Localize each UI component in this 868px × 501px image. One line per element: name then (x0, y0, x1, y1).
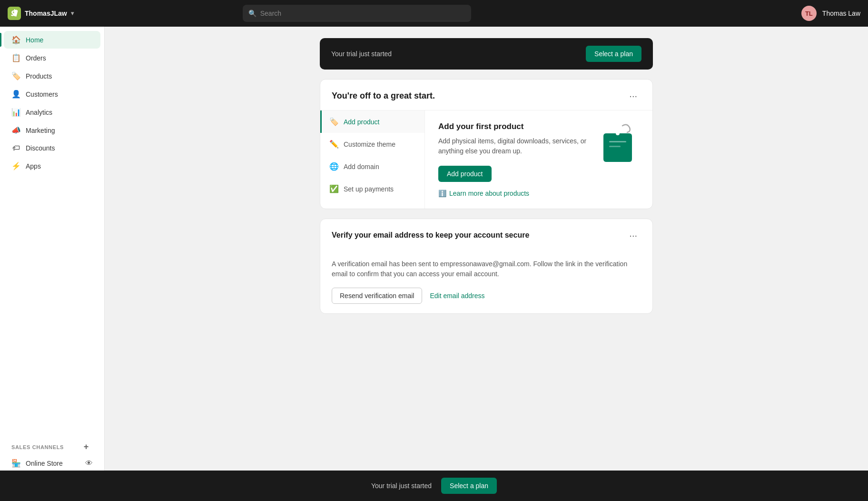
sidebar-label-apps: Apps (26, 162, 41, 170)
shopify-icon (8, 7, 21, 20)
apps-icon: ⚡ (11, 161, 21, 170)
select-plan-button-bottom[interactable]: Select a plan (441, 478, 497, 494)
sales-channels-label: SALES CHANNELS + (0, 436, 104, 454)
sidebar-item-home[interactable]: 🏠 Home (4, 31, 100, 49)
verify-email-card: Verify your email address to keep your a… (320, 219, 653, 314)
sidebar-item-apps[interactable]: ⚡ Apps (4, 157, 100, 175)
eye-icon[interactable]: 👁 (85, 459, 93, 468)
orders-icon: 📋 (11, 53, 21, 62)
topbar-right: TL Thomas Law (801, 6, 860, 21)
verify-card-more-button[interactable]: ··· (625, 229, 641, 242)
verify-actions: Resend verification email Edit email add… (332, 288, 641, 304)
bottom-bar-text: Your trial just started (371, 482, 432, 490)
learn-more-link[interactable]: ℹ️ Learn more about products (438, 190, 587, 197)
step-label-add-product: Add product (344, 118, 380, 126)
customize-theme-step-icon: ✏️ (329, 140, 339, 149)
sidebar: 🏠 Home 📋 Orders 🏷️ Products 👤 Customers … (0, 27, 105, 501)
analytics-icon: 📊 (11, 108, 21, 117)
topbar-username: Thomas Law (822, 10, 860, 17)
step-label-set-up-payments: Set up payments (344, 185, 394, 193)
card-header: You're off to a great start. ··· (320, 80, 652, 110)
trial-banner: Your trial just started Select a plan (320, 38, 653, 70)
chevron-icon: ▾ (71, 10, 74, 17)
verify-card-body: A verification email has been sent to em… (320, 250, 652, 313)
set-up-payments-step-icon: ✅ (329, 184, 339, 193)
step-set-up-payments[interactable]: ✅ Set up payments (320, 178, 424, 200)
verify-card-header: Verify your email address to keep your a… (320, 219, 652, 250)
sidebar-label-customers: Customers (26, 90, 58, 98)
edit-email-link[interactable]: Edit email address (430, 292, 484, 300)
sidebar-label-orders: Orders (26, 54, 46, 62)
resend-verification-button[interactable]: Resend verification email (332, 288, 422, 304)
step-customize-theme[interactable]: ✏️ Customize theme (320, 133, 424, 155)
search-container: 🔍 (243, 5, 471, 22)
trial-banner-text: Your trial just started (331, 50, 392, 58)
sidebar-label-home: Home (26, 36, 43, 44)
steps-list: 🏷️ Add product ✏️ Customize theme 🌐 Add … (320, 110, 425, 209)
search-icon: 🔍 (248, 10, 256, 17)
topbar: ThomasJLaw ▾ 🔍 TL Thomas Law (0, 0, 868, 27)
sidebar-item-orders[interactable]: 📋 Orders (4, 49, 100, 67)
add-product-button[interactable]: Add product (438, 166, 492, 182)
great-start-card: You're off to a great start. ··· 🏷️ Add … (320, 79, 653, 209)
sidebar-item-analytics[interactable]: 📊 Analytics (4, 103, 100, 121)
sidebar-item-products[interactable]: 🏷️ Products (4, 67, 100, 85)
main-content: Your trial just started Select a plan Yo… (105, 27, 868, 501)
products-icon: 🏷️ (11, 71, 21, 80)
svg-rect-2 (609, 141, 626, 142)
add-sales-channel-button[interactable]: + (80, 442, 93, 452)
sidebar-label-products: Products (26, 72, 52, 80)
card-more-button[interactable]: ··· (625, 89, 641, 102)
active-step-description: Add physical items, digital downloads, s… (438, 136, 587, 156)
sidebar-label-marketing: Marketing (26, 127, 55, 134)
bottom-bar: Your trial just started Select a plan (0, 471, 868, 501)
step-label-customize-theme: Customize theme (344, 140, 395, 148)
step-label-add-domain: Add domain (344, 163, 379, 170)
sidebar-label-discounts: Discounts (26, 144, 55, 152)
avatar[interactable]: TL (801, 6, 817, 21)
svg-point-1 (616, 131, 620, 135)
add-product-step-icon: 🏷️ (329, 117, 339, 126)
layout: 🏠 Home 📋 Orders 🏷️ Products 👤 Customers … (0, 27, 868, 501)
tag-svg (599, 122, 637, 165)
active-step-title: Add your first product (438, 122, 587, 131)
store-name: ThomasJLaw (25, 10, 67, 17)
sidebar-item-discounts[interactable]: 🏷 Discounts (4, 140, 100, 157)
home-icon: 🏠 (11, 35, 21, 44)
select-plan-button-banner[interactable]: Select a plan (586, 46, 641, 62)
customers-icon: 👤 (11, 90, 21, 99)
online-store-icon: 🏪 (11, 459, 21, 468)
step-add-product[interactable]: 🏷️ Add product (320, 110, 424, 133)
sidebar-item-marketing[interactable]: 📣 Marketing (4, 121, 100, 139)
sidebar-label-analytics: Analytics (26, 109, 52, 116)
setup-steps: 🏷️ Add product ✏️ Customize theme 🌐 Add … (320, 110, 652, 209)
verify-description: A verification email has been sent to em… (332, 259, 641, 279)
marketing-icon: 📣 (11, 126, 21, 135)
product-illustration (596, 122, 639, 165)
info-icon: ℹ️ (438, 190, 446, 197)
sidebar-item-online-store[interactable]: 🏪 Online Store 👁 (4, 454, 100, 472)
online-store-label: Online Store (26, 460, 63, 467)
discounts-icon: 🏷 (11, 144, 21, 152)
search-input[interactable] (260, 10, 465, 17)
add-domain-step-icon: 🌐 (329, 162, 339, 171)
store-logo[interactable]: ThomasJLaw ▾ (8, 7, 74, 20)
svg-rect-3 (609, 146, 621, 147)
step-add-domain[interactable]: 🌐 Add domain (320, 155, 424, 178)
sidebar-item-customers[interactable]: 👤 Customers (4, 85, 100, 103)
verify-card-title: Verify your email address to keep your a… (332, 231, 529, 240)
sidebar-nav: 🏠 Home 📋 Orders 🏷️ Products 👤 Customers … (0, 27, 104, 434)
active-step-content: Add your first product Add physical item… (425, 110, 652, 209)
card-title: You're off to a great start. (332, 91, 435, 101)
